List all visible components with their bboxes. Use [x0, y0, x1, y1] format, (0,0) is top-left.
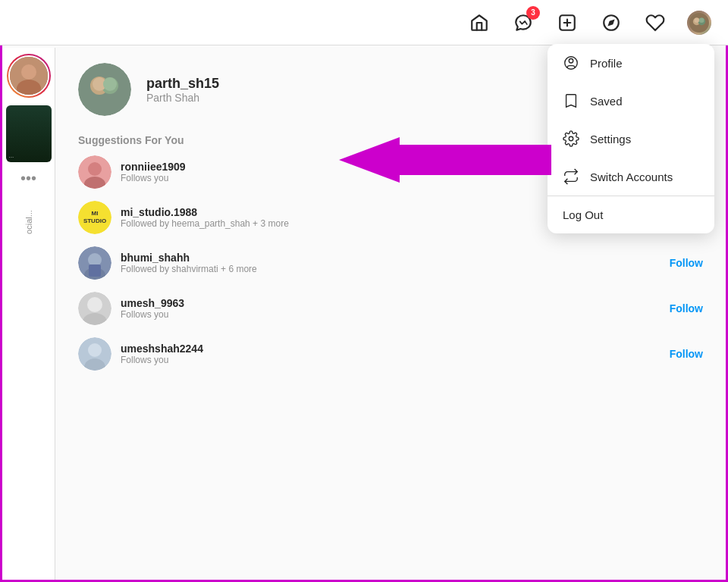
settings-icon: [563, 130, 579, 147]
dropdown-logout-item[interactable]: Log Out: [548, 196, 714, 233]
dropdown-logout-label: Log Out: [563, 208, 603, 221]
avatar-umesh: [78, 292, 111, 325]
more-options-vertical[interactable]: •••: [20, 170, 36, 187]
profile-info: parth_sh15 Parth Shah: [146, 76, 219, 104]
add-icon: [557, 13, 577, 33]
follow-button-5[interactable]: Follow: [670, 348, 703, 360]
follow-button-4[interactable]: Follow: [670, 302, 703, 314]
messenger-nav-button[interactable]: 3: [510, 9, 537, 36]
dropdown-menu: Profile Saved Settings: [548, 44, 714, 233]
svg-point-26: [87, 297, 102, 312]
dropdown-saved-item[interactable]: Saved: [548, 82, 714, 120]
avatar-svg-4: [78, 292, 111, 325]
svg-marker-4: [607, 19, 614, 26]
suggestion-info-5: umeshshah2244 Follows you: [121, 343, 661, 365]
story-item-1[interactable]: [7, 54, 51, 98]
left-stories-panel: ... ••• ocial...: [2, 48, 55, 580]
bookmark-icon: [563, 92, 579, 109]
new-post-nav-button[interactable]: [554, 9, 581, 36]
compass-icon: [601, 13, 621, 33]
home-nav-button[interactable]: [466, 9, 493, 36]
heart-icon: [645, 13, 665, 33]
dropdown-switch-item[interactable]: Switch Accounts: [548, 158, 714, 196]
notifications-nav-button[interactable]: [642, 9, 669, 36]
suggestion-item-3: bhumi_shahh Followed by shahvirmati + 6 …: [78, 246, 703, 280]
follow-button-3[interactable]: Follow: [670, 257, 703, 269]
svg-point-17: [103, 77, 117, 91]
suggestion-avatar-5: [78, 337, 111, 371]
avatar-mi-studio: MISTUDIO: [78, 201, 111, 234]
switch-icon: [563, 168, 579, 185]
profile-fullname: Parth Shah: [146, 92, 219, 104]
suggestion-item-4: umesh_9963 Follows you Follow: [78, 292, 703, 325]
avatar-umeshshah: [78, 337, 111, 371]
svg-point-32: [569, 59, 573, 64]
avatar-ronniiee: [78, 155, 111, 189]
profile-avatar: [78, 63, 131, 116]
suggestion-username-5: umeshshah2244: [121, 343, 661, 355]
suggestion-avatar-1: [78, 155, 111, 189]
avatar-svg-5: [78, 337, 111, 371]
avatar-svg-3: [78, 246, 111, 280]
gear-icon: [563, 130, 579, 147]
svg-point-29: [88, 343, 102, 357]
suggestion-subtext-5: Follows you: [121, 355, 661, 365]
avatar-svg-1: [78, 155, 111, 189]
dropdown-settings-label: Settings: [590, 133, 631, 146]
top-nav: 3: [0, 0, 728, 45]
reel-thumb-1[interactable]: ...: [6, 105, 52, 162]
suggestion-item-5: umeshshah2244 Follows you Follow: [78, 337, 703, 371]
svg-rect-24: [89, 264, 101, 277]
suggestion-avatar-2: MISTUDIO: [78, 201, 111, 234]
avatar-svg: [689, 13, 709, 33]
suggestion-username-3: bhumi_shahh: [121, 252, 661, 264]
nav-avatar-image: [687, 11, 711, 35]
svg-point-11: [21, 64, 36, 80]
profile-avatar-svg: [78, 63, 131, 116]
svg-point-19: [88, 162, 102, 176]
profile-username: parth_sh15: [146, 76, 219, 92]
messenger-badge: 3: [526, 6, 540, 20]
nav-icons: 3: [466, 9, 713, 36]
profile-icon: [563, 55, 579, 71]
nav-avatar: [687, 11, 711, 35]
svg-point-8: [695, 17, 700, 23]
suggestion-subtext-3: Followed by shahvirmati + 6 more: [121, 264, 661, 274]
dropdown-switch-label: Switch Accounts: [590, 171, 673, 183]
suggestion-avatar-3: [78, 246, 111, 280]
reel-label-1: ...: [6, 149, 17, 162]
svg-point-9: [699, 17, 704, 23]
switch-accounts-icon: [563, 168, 579, 185]
explore-nav-button[interactable]: [598, 9, 625, 36]
profile-nav-button[interactable]: [686, 9, 713, 36]
dropdown-saved-label: Saved: [590, 95, 623, 108]
saved-icon: [563, 92, 579, 109]
suggestion-info-3: bhumi_shahh Followed by shahvirmati + 6 …: [121, 252, 661, 274]
dropdown-profile-label: Profile: [590, 57, 623, 70]
avatar-bhumi: [78, 246, 111, 280]
suggestion-avatar-4: [78, 292, 111, 325]
home-icon: [469, 13, 489, 33]
person-circle-icon: [563, 55, 579, 71]
dropdown-settings-item[interactable]: Settings: [548, 120, 714, 158]
suggestion-username-4: umesh_9963: [121, 297, 661, 309]
story-avatar-1: [10, 57, 48, 95]
social-label: ocial...: [24, 210, 33, 234]
dropdown-profile-item[interactable]: Profile: [548, 44, 714, 82]
svg-point-33: [569, 136, 573, 141]
suggestion-info-4: umesh_9963 Follows you: [121, 297, 661, 320]
suggestion-subtext-4: Follows you: [121, 309, 661, 320]
